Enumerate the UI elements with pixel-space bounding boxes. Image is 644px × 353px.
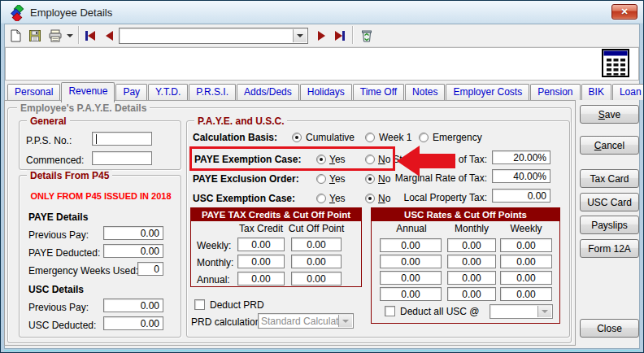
highlight-arrow-left-icon xyxy=(397,146,455,176)
usc-band4-weekly-field[interactable]: 0.00 xyxy=(500,287,552,301)
local-property-tax-field[interactable]: 0.00 xyxy=(492,189,550,203)
value: 0.00 xyxy=(307,239,325,251)
employee-record-selector[interactable] xyxy=(119,28,308,44)
value: 0.00 xyxy=(401,272,420,284)
titlebar[interactable]: Employee Details ✕ xyxy=(4,3,640,23)
record-selector-dropdown-button[interactable] xyxy=(293,29,307,42)
weekly-cut-off-field[interactable]: 0.00 xyxy=(291,238,342,251)
save-record-button[interactable] xyxy=(26,26,44,45)
local-property-tax-value: 0.00 xyxy=(528,190,546,202)
radio-usc-exemption-yes[interactable] xyxy=(316,194,326,203)
save-button[interactable]: Save xyxy=(580,105,639,124)
tax-card-button[interactable]: Tax Card xyxy=(580,169,639,188)
new-record-button[interactable] xyxy=(7,26,24,45)
usc-band3-weekly-field[interactable]: 0.00 xyxy=(500,271,552,285)
toolbar-separator xyxy=(78,26,80,44)
paye-deducted-field[interactable]: 0.00 xyxy=(103,244,163,258)
tab-time-off[interactable]: Time Off xyxy=(353,84,404,100)
p45-previous-pay-field[interactable]: 0.00 xyxy=(103,226,163,240)
annual-column-header: Annual xyxy=(396,223,426,234)
chevron-down-icon xyxy=(342,320,349,323)
first-record-button[interactable] xyxy=(82,26,98,45)
usc-band3-annual-field[interactable]: 0.00 xyxy=(380,271,442,285)
usc-band2-monthly-field[interactable]: 0.00 xyxy=(447,255,496,268)
tab-bik[interactable]: BIK xyxy=(581,84,611,100)
form-12a-button[interactable]: Form 12A xyxy=(580,239,639,258)
deduct-all-usc-checkbox[interactable] xyxy=(385,306,395,316)
close-window-button[interactable]: ✕ xyxy=(611,4,637,20)
prd-calculation-dropdown-button[interactable] xyxy=(338,315,352,327)
tab-adds-deds[interactable]: Adds/Deds xyxy=(237,84,299,100)
deduct-all-usc-rate-select[interactable] xyxy=(490,304,553,319)
payslips-button[interactable]: Payslips xyxy=(580,216,639,234)
tab-pay[interactable]: Pay xyxy=(115,84,147,100)
radio-week1[interactable] xyxy=(365,133,375,142)
save-button-label: Save xyxy=(598,109,620,120)
annual-tax-credit-field[interactable]: 0.00 xyxy=(237,272,285,285)
tab-loan-ac[interactable]: Loan A/C xyxy=(612,84,644,100)
usc-previous-pay-label: Previous Pay: xyxy=(28,302,89,313)
employee-details-window: Employee Details ✕ xyxy=(0,0,644,353)
general-group-label: General xyxy=(27,115,70,127)
value: 0.00 xyxy=(516,289,535,300)
usc-exemption-yes-label: Yes xyxy=(329,193,346,204)
previous-record-button[interactable] xyxy=(102,26,116,45)
deduct-all-usc-dropdown-button[interactable] xyxy=(537,306,551,317)
calendar-icon[interactable] xyxy=(602,48,629,78)
deduct-all-usc-label: Deduct all USC @ xyxy=(400,306,480,317)
radio-cumulative[interactable] xyxy=(292,133,302,142)
tab-personal[interactable]: Personal xyxy=(7,84,60,100)
cancel-button[interactable]: Cancel xyxy=(580,136,639,155)
standard-rate-field[interactable]: 20.00% xyxy=(492,150,550,164)
prd-calculation-select[interactable]: Standard Calculation xyxy=(258,313,354,329)
monthly-cut-off-field[interactable]: 0.00 xyxy=(291,255,342,268)
radio-paye-exclusion-yes[interactable] xyxy=(316,174,326,184)
print-options-dropdown[interactable] xyxy=(64,26,75,45)
save-floppy-icon xyxy=(28,29,41,42)
usc-band1-annual-field[interactable]: 0.00 xyxy=(380,238,442,252)
usc-band3-monthly-field[interactable]: 0.00 xyxy=(447,271,496,285)
usc-deducted-field[interactable]: 0.00 xyxy=(103,316,163,330)
usc-band1-weekly-field[interactable]: 0.00 xyxy=(500,238,552,252)
tax-credit-column-header: Tax Credit xyxy=(239,223,283,234)
marginal-rate-field[interactable]: 40.00% xyxy=(492,169,550,183)
tab-holidays[interactable]: Holidays xyxy=(300,84,352,100)
tab-prsi[interactable]: P.R.S.I. xyxy=(189,84,236,100)
monthly-tax-credit-field[interactable]: 0.00 xyxy=(237,255,285,268)
radio-paye-exclusion-no[interactable] xyxy=(365,174,375,184)
usc-previous-pay-field[interactable]: 0.00 xyxy=(103,299,163,312)
tab-employer-costs[interactable]: Employer Costs xyxy=(446,84,529,100)
radio-emergency[interactable] xyxy=(419,133,429,142)
usc-band2-weekly-field[interactable]: 0.00 xyxy=(500,255,552,268)
usc-band2-annual-field[interactable]: 0.00 xyxy=(380,255,442,268)
p45-warning-text: ONLY FROM P45 ISSUED IN 2018 xyxy=(25,191,176,201)
annual-cut-off-field[interactable]: 0.00 xyxy=(291,272,342,285)
tab-notes[interactable]: Notes xyxy=(405,84,445,100)
emergency-weeks-field[interactable]: 0 xyxy=(137,262,163,276)
arrow-left-icon xyxy=(88,31,95,41)
usc-band1-monthly-field[interactable]: 0.00 xyxy=(447,238,496,252)
close-button[interactable]: Close xyxy=(580,319,639,338)
annual-row-label: Annual: xyxy=(197,274,230,285)
pps-no-field[interactable] xyxy=(92,132,152,146)
window-bottom-accent xyxy=(4,350,640,351)
marginal-rate-value: 40.00% xyxy=(513,171,546,182)
weekly-tax-credit-field[interactable]: 0.00 xyxy=(237,238,285,251)
prd-calculation-label: PRD calculation: xyxy=(191,316,263,328)
printer-icon xyxy=(48,29,63,42)
delete-record-button[interactable] xyxy=(357,26,376,45)
usc-card-button[interactable]: USC Card xyxy=(580,193,639,211)
tab-ytd[interactable]: Y.T.D. xyxy=(148,84,188,100)
commenced-field[interactable] xyxy=(92,151,152,165)
deduct-prd-checkbox[interactable] xyxy=(194,299,205,310)
usc-band4-monthly-field[interactable]: 0.00 xyxy=(447,287,496,301)
radio-usc-exemption-no[interactable] xyxy=(365,194,375,203)
next-record-button[interactable] xyxy=(314,26,329,45)
tab-pension[interactable]: Pension xyxy=(530,84,580,100)
pps-no-label: P.P.S. No.: xyxy=(26,135,72,146)
usc-band4-annual-field[interactable]: 0.00 xyxy=(380,287,442,301)
new-document-icon xyxy=(9,29,22,42)
print-button[interactable] xyxy=(46,26,64,45)
last-record-button[interactable] xyxy=(332,26,348,45)
tab-revenue[interactable]: Revenue xyxy=(61,82,115,102)
